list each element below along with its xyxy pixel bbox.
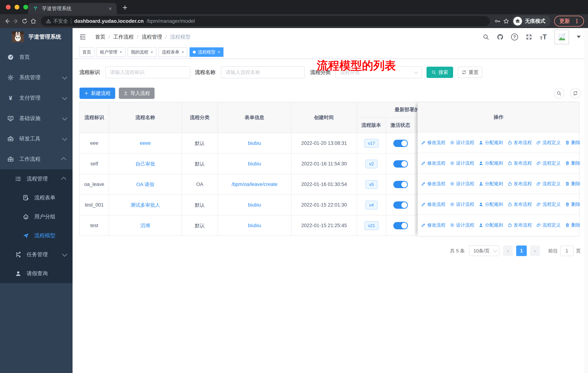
process-name-input[interactable]: 请输入流程名称 [221, 66, 305, 78]
trash-action[interactable]: 删除 [565, 181, 580, 187]
breadcrumb-home[interactable]: 首页 [95, 33, 105, 40]
new-tab-button[interactable]: + [123, 3, 127, 12]
close-window-button[interactable] [6, 5, 10, 10]
caret-down-icon[interactable] [577, 36, 581, 38]
forward-icon[interactable] [13, 18, 19, 24]
browser-update-button[interactable]: 更新 ⋮ [554, 16, 584, 27]
tag-close-icon[interactable]: × [120, 50, 122, 54]
cell-form-link[interactable]: biubiu [218, 195, 292, 215]
edit-action[interactable]: 修改流程 [421, 181, 445, 187]
trash-action[interactable]: 删除 [565, 140, 580, 146]
publish-action[interactable]: 发布流程 [507, 201, 532, 207]
page-size-select[interactable]: 10条/页 [469, 245, 499, 256]
edit-action[interactable]: 修改流程 [421, 140, 445, 146]
cell-process-name-link[interactable]: eeee [109, 133, 182, 153]
definition-link-action[interactable]: 流程定义 [536, 160, 561, 166]
sidebar-item-infra[interactable]: 基础设施 [0, 108, 73, 129]
create-process-button[interactable]: 新建流程 [79, 88, 115, 99]
minimize-window-button[interactable] [15, 5, 19, 10]
sidebar-item-task-mgmt[interactable]: 任务管理 [0, 245, 73, 264]
tag-close-icon[interactable]: × [181, 50, 184, 54]
address-bar[interactable]: 不安全 dashboard.yudao.iocoder.cn /bpm/mana… [41, 16, 490, 26]
fullscreen-icon[interactable] [526, 34, 532, 40]
sidebar-item-home[interactable]: 首页 [0, 47, 73, 67]
github-icon[interactable] [497, 34, 504, 40]
assign-user-action[interactable]: 分配规则 [479, 140, 503, 146]
cell-form-link[interactable]: biubiu [218, 133, 292, 153]
trash-action[interactable]: 删除 [565, 222, 580, 228]
sidebar-item-leave-query[interactable]: 请假查询 [0, 264, 73, 283]
active-toggle[interactable] [393, 160, 408, 168]
breadcrumb-workflow[interactable]: 工作流程 [113, 33, 134, 40]
design-gear-action[interactable]: 设计流程 [450, 222, 474, 228]
design-gear-action[interactable]: 设计流程 [450, 181, 474, 187]
tag-home[interactable]: 首页 [79, 47, 94, 57]
sidebar-item-devtools[interactable]: 研发工具 [0, 129, 73, 149]
current-page-button[interactable]: 1 [516, 245, 527, 256]
home-icon[interactable] [30, 18, 36, 24]
active-toggle[interactable] [393, 181, 408, 188]
assign-user-action[interactable]: 分配规则 [479, 160, 503, 166]
publish-action[interactable]: 发布流程 [507, 222, 532, 228]
trash-action[interactable]: 删除 [565, 160, 580, 166]
zoom-window-button[interactable] [23, 5, 28, 10]
definition-link-action[interactable]: 流程定义 [536, 140, 561, 146]
sidebar-item-process-mgmt[interactable]: 流程管理 [0, 169, 73, 188]
cell-form-link[interactable]: biubiu [218, 215, 292, 236]
goto-page-input[interactable]: 1 [560, 245, 573, 256]
breadcrumb-process-mgmt[interactable]: 流程管理 [142, 33, 162, 40]
import-process-button[interactable]: 导入流程 [119, 88, 155, 99]
font-size-icon[interactable]: TT [540, 33, 547, 40]
security-warning[interactable]: 不安全 [46, 18, 68, 24]
active-toggle[interactable] [393, 140, 408, 147]
sidebar-logo[interactable]: 芋道管理系统 [0, 28, 73, 46]
sidebar-item-process-model[interactable]: 流程模型 [0, 226, 73, 245]
sidebar-item-user-group[interactable]: 用户分组 [0, 207, 73, 226]
update-label[interactable]: 更新 [559, 18, 570, 25]
tag-tenant[interactable]: 租户管理× [97, 47, 126, 57]
definition-link-action[interactable]: 流程定义 [536, 181, 561, 187]
tag-process-form[interactable]: 流程表单× [158, 47, 187, 57]
design-gear-action[interactable]: 设计流程 [450, 160, 474, 166]
active-toggle[interactable] [393, 222, 408, 229]
collapse-sidebar-icon[interactable] [79, 33, 86, 40]
tab-close-icon[interactable]: × [108, 6, 112, 11]
cell-process-name-link[interactable]: 测试多审批人 [109, 195, 182, 215]
edit-action[interactable]: 修改流程 [421, 160, 445, 166]
refresh-table-button[interactable] [570, 88, 581, 99]
assign-user-action[interactable]: 分配规则 [479, 181, 503, 187]
active-toggle[interactable] [393, 202, 408, 209]
design-gear-action[interactable]: 设计流程 [450, 201, 474, 207]
assign-user-action[interactable]: 分配规则 [479, 222, 503, 228]
browser-tab[interactable]: 芋道管理系统 × [28, 3, 117, 14]
sidebar-item-system[interactable]: 系统管理 [0, 67, 73, 88]
cell-form-link[interactable]: biubiu [218, 154, 292, 174]
edit-action[interactable]: 修改流程 [421, 222, 445, 228]
publish-action[interactable]: 发布流程 [507, 140, 532, 146]
definition-link-action[interactable]: 流程定义 [536, 222, 561, 228]
search-button[interactable]: 搜索 [427, 67, 453, 78]
help-icon[interactable]: ? [511, 33, 518, 40]
reset-button[interactable]: 重置 [458, 67, 482, 78]
bookmark-star-icon[interactable] [503, 18, 509, 24]
publish-action[interactable]: 发布流程 [507, 160, 532, 166]
tag-process-model[interactable]: 流程模型× [189, 47, 223, 57]
cell-process-name-link[interactable]: OA 请假 [109, 174, 182, 194]
edit-action[interactable]: 修改流程 [421, 201, 445, 207]
cell-process-name-link[interactable]: 滔博 [109, 215, 182, 236]
sidebar-item-workflow[interactable]: 工作流程 [0, 149, 73, 169]
password-key-icon[interactable] [494, 18, 501, 24]
cell-process-name-link[interactable]: 自己审批 [109, 154, 182, 174]
prev-page-button[interactable]: ‹ [503, 245, 513, 256]
process-key-input[interactable]: 请输入流程标识 [105, 66, 190, 78]
sidebar-item-payment[interactable]: ¥ 支付管理 [0, 88, 73, 108]
browser-menu-icon[interactable]: ⋮ [574, 18, 580, 25]
design-gear-action[interactable]: 设计流程 [450, 140, 474, 146]
hide-search-button[interactable] [554, 88, 564, 99]
back-icon[interactable] [4, 18, 10, 24]
tag-close-icon[interactable]: × [151, 50, 153, 54]
avatar[interactable] [555, 30, 569, 44]
definition-link-action[interactable]: 流程定义 [536, 201, 561, 207]
assign-user-action[interactable]: 分配规则 [479, 201, 503, 207]
cell-form-link[interactable]: /bpm/oa/leave/create [218, 174, 292, 194]
